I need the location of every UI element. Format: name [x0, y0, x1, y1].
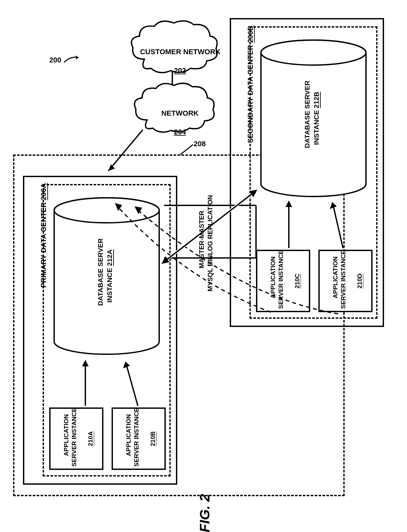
cloud-customer-network: CUSTOMER NETWORK 202: [128, 20, 220, 76]
ref-208: 208: [194, 140, 206, 148]
app-b-label: APPLICATION SERVER INSTANCE 210B: [117, 411, 165, 467]
replication-label: MASTER-MASTER MYSQL BINLOG REPLICATION: [189, 187, 223, 299]
svg-line-4: [181, 145, 193, 154]
svg-marker-24: [161, 256, 169, 264]
svg-marker-0: [75, 56, 79, 59]
diagram-stage: 200 CUSTOMER NETWORK 202 NETWORK 204: [0, 0, 407, 532]
svg-line-9: [126, 365, 138, 406]
ref-200: 200: [49, 56, 61, 64]
svg-marker-25: [249, 190, 257, 197]
app-a-label: APPLICATION SERVER INSTANCE 210A: [54, 411, 103, 467]
svg-point-12: [261, 40, 366, 65]
figure-caption: FIG. 2: [197, 493, 213, 532]
db-b-label: DATABASE SERVER INSTANCE 212B: [294, 76, 330, 161]
svg-marker-8: [82, 360, 89, 366]
